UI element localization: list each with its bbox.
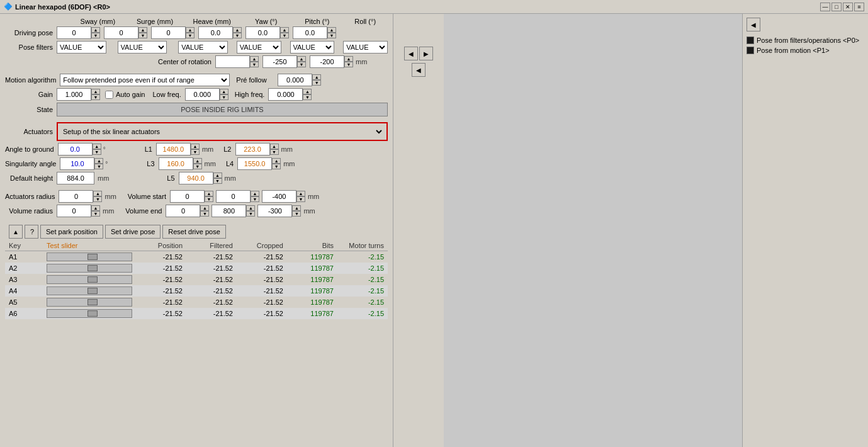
default-height-input[interactable]: [57, 172, 94, 184]
spin-up[interactable]: ▲: [138, 27, 147, 33]
vol-radius-input[interactable]: [57, 205, 91, 217]
spin-up[interactable]: ▲: [94, 158, 103, 164]
spin-up[interactable]: ▲: [296, 191, 305, 196]
vol-start-2-input[interactable]: [216, 190, 251, 203]
spin-down[interactable]: ▼: [93, 196, 102, 202]
spin-up[interactable]: ▲: [93, 144, 101, 149]
spin-up[interactable]: ▲: [213, 173, 222, 178]
L4-input[interactable]: [237, 157, 272, 170]
spin-down[interactable]: ▼: [94, 164, 103, 169]
spin-down[interactable]: ▼: [205, 196, 213, 202]
vol-end-1-input[interactable]: [166, 205, 200, 217]
spin-down[interactable]: ▼: [270, 149, 279, 155]
nav-left-button[interactable]: ◀: [404, 47, 418, 60]
spin-down[interactable]: ▼: [272, 164, 281, 169]
spin-up[interactable]: ▲: [233, 27, 242, 33]
spin-up[interactable]: ▲: [91, 27, 100, 33]
set-park-position-button[interactable]: Set park position: [40, 225, 103, 239]
cor-x-input[interactable]: [215, 55, 250, 68]
pose-filter-yaw[interactable]: VALUE: [237, 41, 281, 54]
spin-down[interactable]: ▼: [220, 94, 228, 100]
L3-input[interactable]: [159, 157, 193, 170]
actuators-select[interactable]: Setup of the six linear actuators: [60, 125, 384, 139]
spin-up[interactable]: ▲: [91, 205, 100, 211]
spin-up[interactable]: ▲: [303, 89, 312, 94]
vol-end-2-input[interactable]: [211, 205, 246, 217]
cor-y-input[interactable]: [262, 55, 297, 68]
sidebar-collapse-button[interactable]: ◀: [747, 18, 760, 31]
driving-pose-sway-input[interactable]: [57, 26, 91, 39]
spin-up[interactable]: ▲: [93, 191, 102, 196]
actuators-radius-input[interactable]: [59, 190, 93, 203]
driving-pose-yaw-input[interactable]: [198, 26, 233, 39]
spin-down[interactable]: ▼: [344, 62, 353, 67]
spin-down[interactable]: ▼: [191, 149, 200, 155]
spin-up[interactable]: ▲: [272, 158, 281, 164]
vol-end-3-input[interactable]: [257, 205, 292, 217]
driving-pose-pitch-input[interactable]: [245, 26, 280, 39]
question-button[interactable]: ?: [25, 225, 38, 239]
spin-down[interactable]: ▼: [303, 94, 312, 100]
close-button[interactable]: ✕: [843, 3, 853, 11]
driving-pose-heave-input[interactable]: [151, 26, 186, 39]
high-freq-input[interactable]: [268, 88, 303, 101]
motion-algorithm-select[interactable]: Follow pretended pose even if out of ran…: [60, 74, 230, 86]
L1-input[interactable]: [156, 143, 191, 156]
spin-down[interactable]: ▼: [91, 33, 100, 38]
spin-up[interactable]: ▲: [205, 191, 213, 196]
spin-up[interactable]: ▲: [327, 27, 336, 33]
collapse-button[interactable]: ▲: [9, 225, 23, 239]
spin-up[interactable]: ▲: [280, 27, 289, 33]
spin-down[interactable]: ▼: [250, 62, 259, 67]
spin-down[interactable]: ▼: [233, 33, 242, 38]
spin-down[interactable]: ▼: [292, 211, 301, 217]
L5-input[interactable]: [179, 172, 213, 184]
singularity-input[interactable]: [60, 157, 94, 170]
spin-up[interactable]: ▲: [250, 56, 259, 62]
spin-down[interactable]: ▼: [200, 211, 209, 217]
spin-up[interactable]: ▲: [220, 89, 228, 94]
spin-down[interactable]: ▼: [251, 196, 259, 202]
maximize-button[interactable]: □: [831, 3, 842, 11]
spin-down[interactable]: ▼: [296, 196, 305, 202]
pose-filter-surge[interactable]: VALUE: [118, 41, 167, 54]
spin-up[interactable]: ▲: [312, 74, 321, 80]
pose-filter-pitch[interactable]: VALUE: [290, 41, 335, 54]
angle-ground-input[interactable]: [58, 143, 93, 156]
low-freq-input[interactable]: [185, 88, 220, 101]
minimize-button[interactable]: —: [820, 3, 830, 11]
spin-up[interactable]: ▲: [344, 56, 353, 62]
spin-down[interactable]: ▼: [91, 211, 100, 217]
auto-gain-checkbox[interactable]: [105, 91, 113, 99]
L2-input[interactable]: [235, 143, 270, 156]
spin-up[interactable]: ▲: [186, 27, 194, 33]
driving-pose-roll-input[interactable]: [293, 26, 327, 39]
vol-start-1-input[interactable]: [170, 190, 205, 203]
pose-filter-heave[interactable]: VALUE: [178, 41, 228, 54]
menu-button[interactable]: ≡: [854, 3, 864, 11]
pose-filter-sway[interactable]: VALUE: [57, 41, 106, 54]
nav-right-button[interactable]: ▶: [419, 47, 433, 60]
pose-filter-roll[interactable]: VALUE: [343, 41, 388, 54]
spin-up[interactable]: ▲: [251, 191, 259, 196]
spin-up[interactable]: ▲: [200, 205, 209, 211]
spin-up[interactable]: ▲: [292, 205, 301, 211]
spin-down[interactable]: ▼: [138, 33, 147, 38]
spin-down[interactable]: ▼: [280, 33, 289, 38]
spin-down[interactable]: ▼: [312, 80, 321, 86]
cor-z-input[interactable]: [310, 55, 344, 68]
spin-up[interactable]: ▲: [193, 158, 202, 164]
spin-up[interactable]: ▲: [91, 89, 100, 94]
spin-down[interactable]: ▼: [93, 149, 101, 155]
nav-back-button[interactable]: ◀: [412, 63, 426, 77]
spin-down[interactable]: ▼: [213, 178, 222, 184]
spin-up[interactable]: ▲: [270, 144, 279, 149]
pre-follow-input[interactable]: [278, 74, 312, 86]
vol-start-3-input[interactable]: [262, 190, 296, 203]
spin-down[interactable]: ▼: [246, 211, 255, 217]
driving-pose-surge-input[interactable]: [104, 26, 138, 39]
spin-down[interactable]: ▼: [91, 94, 100, 100]
spin-up[interactable]: ▲: [246, 205, 255, 211]
reset-drive-pose-button[interactable]: Reset drive pose: [162, 225, 226, 239]
spin-up[interactable]: ▲: [297, 56, 306, 62]
